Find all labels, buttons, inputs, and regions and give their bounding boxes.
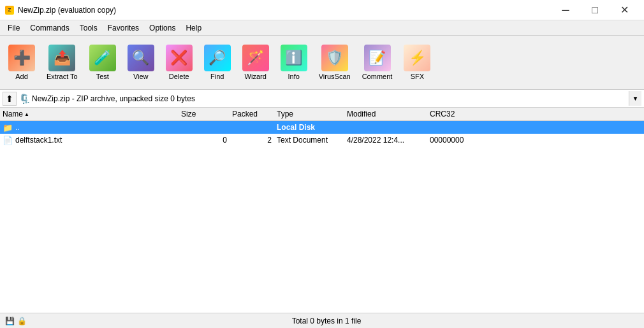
status-bar: 💾 🔒 Total 0 bytes in 1 file [0,313,644,328]
toolbar-btn-virusscan[interactable]: 🛡️VirusScan [314,41,355,83]
view-label: View [133,73,149,80]
col-header-name[interactable]: Name ▲ [0,110,179,118]
extract-label: Extract To [47,73,78,80]
toolbar-btn-find[interactable]: 🔎Find [200,41,235,83]
txt-file-icon: 📄 [3,135,13,145]
app-icon: Z [5,6,14,15]
menu-bar: FileCommandsToolsFavoritesOptionsHelp [0,20,644,36]
menu-item-favorites[interactable]: Favorites [103,22,144,34]
back-button[interactable]: ⬆ [3,92,17,106]
file-name-cell: 📁.. [0,122,179,132]
title-bar-left: Z NewZip.zip (evaluation copy) [5,6,116,15]
toolbar-btn-wizard[interactable]: 🪄Wizard [238,41,274,83]
file-modified-cell: 4/28/2022 12:4... [344,136,427,145]
sfx-icon: ⚡ [404,45,430,71]
table-row[interactable]: 📁..Local Disk [0,121,644,134]
test-icon: 🧪 [89,45,116,71]
menu-item-file[interactable]: File [3,22,25,34]
info-icon: ℹ️ [281,45,307,71]
status-text: Total 0 bytes in 1 file [292,317,362,325]
file-name-text: delftstack1.txt [15,136,62,145]
toolbar-btn-add[interactable]: ➕Add [4,41,40,83]
close-button[interactable]: ✕ [610,0,639,20]
toolbar-btn-delete[interactable]: ❌Delete [161,41,197,83]
delete-label: Delete [169,73,189,80]
test-label: Test [96,73,109,80]
app-title: NewZip.zip (evaluation copy) [18,6,116,15]
wizard-icon: 🪄 [242,45,269,71]
toolbar-btn-sfx[interactable]: ⚡SFX [399,41,435,83]
col-header-size[interactable]: Size [179,110,230,118]
virusscan-label: VirusScan [319,73,351,80]
file-packed-cell: 2 [230,136,274,145]
minimize-button[interactable]: ─ [551,0,580,20]
file-size-cell: 0 [179,136,230,145]
address-text: NewZip.zip - ZIP archive, unpacked size … [32,94,626,103]
find-label: Find [210,73,224,80]
menu-item-options[interactable]: Options [144,22,180,34]
find-icon: 🔎 [204,45,231,71]
wizard-label: Wizard [245,73,267,80]
menu-item-help[interactable]: Help [180,22,207,34]
sort-arrow-name: ▲ [24,111,29,117]
comment-icon: 📝 [364,45,391,71]
file-name-cell: 📄delftstack1.txt [0,135,179,145]
comment-label: Comment [362,73,393,80]
maximize-button[interactable]: □ [580,0,610,20]
file-type-cell: Local Disk [274,123,344,132]
toolbar-btn-info[interactable]: ℹ️Info [276,41,312,83]
lock-icon: 🔒 [17,317,27,325]
col-header-crc[interactable]: CRC32 [427,110,485,118]
disk-icon: 💾 [5,317,15,325]
file-name-text: .. [15,123,20,132]
toolbar-btn-test[interactable]: 🧪Test [85,41,121,83]
toolbar-btn-view[interactable]: 🔍View [123,41,159,83]
title-bar: Z NewZip.zip (evaluation copy) ─ □ ✕ [0,0,644,20]
table-row[interactable]: 📄delftstack1.txt02Text Document4/28/2022… [0,134,644,146]
toolbar: ➕Add📤Extract To🧪Test🔍View❌Delete🔎Find🪄Wi… [0,36,644,90]
view-icon: 🔍 [128,45,154,71]
file-list-header: Name ▲ Size Packed Type Modified CRC32 [0,108,644,121]
extract-icon: 📤 [48,45,75,71]
col-header-type[interactable]: Type [274,110,344,118]
file-list-container: Name ▲ Size Packed Type Modified CRC32 📁… [0,108,644,313]
toolbar-btn-comment[interactable]: 📝Comment [358,41,397,83]
delete-icon: ❌ [166,45,193,71]
archive-icon: 🗜️ [19,94,29,104]
address-bar: ⬆ 🗜️ NewZip.zip - ZIP archive, unpacked … [0,90,644,108]
file-type-cell: Text Document [274,136,344,145]
window-controls: ─ □ ✕ [551,0,639,20]
toolbar-btn-extract[interactable]: 📤Extract To [42,41,82,83]
file-crc-cell: 00000000 [427,136,485,145]
folder-icon: 📁 [3,122,13,132]
info-label: Info [288,73,300,80]
add-icon: ➕ [8,45,35,71]
col-header-modified[interactable]: Modified [344,110,427,118]
menu-item-commands[interactable]: Commands [25,22,74,34]
address-dropdown[interactable]: ▼ [629,91,641,106]
status-icons: 💾 🔒 [5,317,27,325]
virusscan-icon: 🛡️ [321,45,348,71]
sfx-label: SFX [411,73,424,80]
menu-item-tools[interactable]: Tools [75,22,103,34]
file-list-body: 📁..Local Disk📄delftstack1.txt02Text Docu… [0,121,644,313]
status-left: 💾 🔒 [5,317,27,325]
add-label: Add [15,73,28,80]
col-header-packed[interactable]: Packed [230,110,274,118]
